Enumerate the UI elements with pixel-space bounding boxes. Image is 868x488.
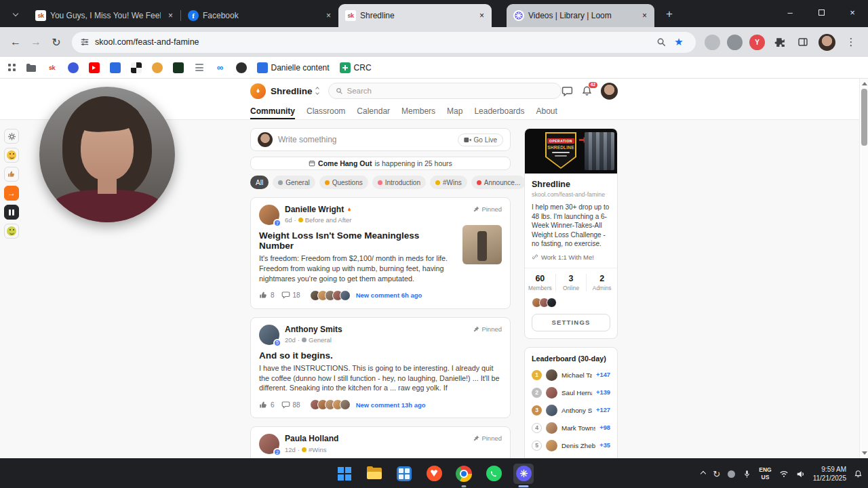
leaderboard-row[interactable]: 4 Mark Townsend +98: [532, 422, 610, 434]
nav-map[interactable]: Map: [447, 103, 462, 119]
taskbar-clock[interactable]: 9:59 AM11/21/2025: [813, 465, 846, 483]
stat-online[interactable]: 3Online: [555, 274, 587, 291]
post-title[interactable]: Weight Loss Isn't Some Meaningless Numbe…: [259, 230, 453, 251]
loom-webcam-bubble[interactable]: [39, 87, 175, 222]
bookmark-favicon-docs[interactable]: [110, 62, 121, 73]
close-tab-icon[interactable]: ×: [639, 10, 650, 22]
browser-menu-icon[interactable]: ⋮: [842, 33, 861, 52]
extensions-puzzle-icon[interactable]: [770, 33, 789, 52]
post-author-name[interactable]: Paula Holland: [285, 434, 338, 443]
reload-button[interactable]: ↻: [46, 32, 66, 52]
user-avatar[interactable]: [601, 83, 618, 100]
leaderboard-row[interactable]: 3 Anthony Smits +127: [532, 405, 610, 416]
bookmark-favicon-meta[interactable]: ∞: [215, 62, 226, 73]
bookmark-favicon-dark[interactable]: [236, 62, 247, 73]
comment-icon[interactable]: [281, 401, 290, 409]
filter-wins[interactable]: #Wins: [430, 176, 467, 189]
file-explorer-button[interactable]: [364, 464, 384, 484]
scrollbar-thumb[interactable]: [861, 89, 867, 146]
bookmark-favicon-skool[interactable]: sk: [47, 62, 58, 73]
post-category[interactable]: #Wins: [309, 446, 326, 453]
community-link[interactable]: Work 1:1 With Me!: [532, 253, 610, 261]
loom-pause-button[interactable]: [4, 205, 19, 220]
filter-announcements[interactable]: Announce...: [471, 176, 526, 189]
post-card[interactable]: 2 Paula Holland 12d·#Wins Pinned Whee! B…: [250, 426, 511, 458]
community-banner[interactable]: OPERATION SHREDLINE: [525, 129, 617, 174]
extension-icon-1[interactable]: [705, 35, 720, 50]
close-tab-icon[interactable]: ×: [323, 10, 334, 22]
bookmark-star-icon[interactable]: ★: [670, 33, 688, 51]
scroll-up-arrow[interactable]: [862, 82, 867, 85]
notification-center-icon[interactable]: [854, 470, 863, 479]
filter-general[interactable]: General: [273, 176, 315, 189]
tray-circle-icon[interactable]: [728, 470, 735, 478]
scroll-down-arrow[interactable]: [862, 451, 867, 455]
bookmark-danielle-content[interactable]: Danielle content: [257, 62, 330, 73]
nav-about[interactable]: About: [536, 103, 557, 119]
chat-icon[interactable]: [561, 85, 573, 97]
tab-search-button[interactable]: [5, 3, 26, 24]
stat-admins[interactable]: 2Admins: [586, 274, 617, 291]
bookmark-favicon-amber[interactable]: [152, 62, 163, 73]
bookmark-favicon-list[interactable]: [194, 62, 205, 73]
sync-tray-icon[interactable]: ↻: [713, 469, 720, 479]
site-settings-icon[interactable]: [80, 37, 90, 47]
nav-community[interactable]: Community: [250, 103, 295, 119]
filter-questions[interactable]: Questions: [319, 176, 368, 189]
community-url[interactable]: skool.com/feast-and-famine: [532, 191, 610, 198]
nav-members[interactable]: Members: [401, 103, 435, 119]
tab-loom-library[interactable]: Videos | Library | Loom ×: [507, 4, 654, 27]
close-window-button[interactable]: ×: [837, 0, 868, 24]
address-bar[interactable]: skool.com/feast-and-famine ★: [72, 32, 696, 53]
post-card[interactable]: 7 Danielle Wright 6d·Before and After Pi…: [250, 197, 511, 309]
stat-members[interactable]: 60Members: [525, 274, 555, 291]
microphone-tray-icon[interactable]: [743, 470, 751, 479]
post-thumbnail[interactable]: [462, 225, 502, 264]
bookmark-favicon-youtube[interactable]: [89, 62, 100, 73]
post-activity[interactable]: New comment 13h ago: [356, 401, 426, 409]
tab-skool-video[interactable]: sk You Guys, I Miss You! We Feel S ×: [28, 4, 180, 27]
extension-icon-2[interactable]: [727, 35, 743, 50]
chrome-button[interactable]: [454, 464, 474, 484]
maximize-button[interactable]: [806, 0, 837, 24]
notifications-bell-icon[interactable]: 42: [581, 85, 593, 97]
community-switcher-icon[interactable]: [316, 87, 319, 94]
bookmarks-folder-icon[interactable]: [26, 63, 37, 73]
post-author-name[interactable]: Danielle Wright: [285, 205, 344, 214]
start-button[interactable]: [334, 464, 355, 484]
post-author-avatar[interactable]: 5: [259, 325, 279, 345]
tab-shredline-active[interactable]: sk Shredline ×: [338, 4, 492, 27]
side-panel-icon[interactable]: [793, 33, 812, 52]
nav-leaderboards[interactable]: Leaderboards: [474, 103, 524, 119]
community-title[interactable]: Shredline: [532, 180, 610, 189]
apps-grid-icon[interactable]: [8, 64, 16, 71]
minimize-button[interactable]: –: [774, 0, 806, 24]
community-search-input[interactable]: Search: [328, 83, 561, 99]
pinned-app-blue-button[interactable]: [394, 464, 414, 484]
comment-icon[interactable]: [281, 291, 290, 300]
new-tab-button[interactable]: +: [660, 5, 679, 24]
brave-button[interactable]: [424, 464, 444, 484]
loom-settings-button[interactable]: [4, 129, 19, 144]
like-icon[interactable]: [259, 291, 268, 300]
whatsapp-button[interactable]: [484, 464, 504, 484]
page-scrollbar[interactable]: [859, 79, 868, 458]
post-category[interactable]: General: [309, 336, 332, 344]
language-indicator[interactable]: ENGUS: [759, 466, 771, 481]
post-author-name[interactable]: Anthony Smits: [285, 325, 342, 334]
nav-classroom[interactable]: Classroom: [307, 103, 345, 119]
search-icon[interactable]: [652, 33, 670, 51]
wifi-icon[interactable]: [779, 470, 789, 478]
nav-calendar[interactable]: Calendar: [357, 103, 390, 119]
leaderboard-row[interactable]: 2 Saul Hernandez +139: [532, 387, 610, 399]
leaderboard-row[interactable]: 1 Michael Tam +147: [532, 369, 610, 381]
extension-icon-3[interactable]: Y: [749, 35, 765, 50]
post-card[interactable]: 5 Anthony Smits 20d·General Pinned And s…: [250, 317, 511, 419]
bookmark-favicon-blue[interactable]: [68, 62, 79, 73]
browser-profile-avatar[interactable]: [818, 34, 835, 51]
loom-thumbs-up-button[interactable]: [4, 167, 19, 182]
post-author-avatar[interactable]: 2: [259, 434, 279, 454]
filter-introduction[interactable]: Introduction: [372, 176, 426, 189]
post-composer[interactable]: Write something Go Live: [250, 128, 511, 151]
event-banner[interactable]: Come Hang Out is happening in 25 hours: [250, 157, 511, 170]
